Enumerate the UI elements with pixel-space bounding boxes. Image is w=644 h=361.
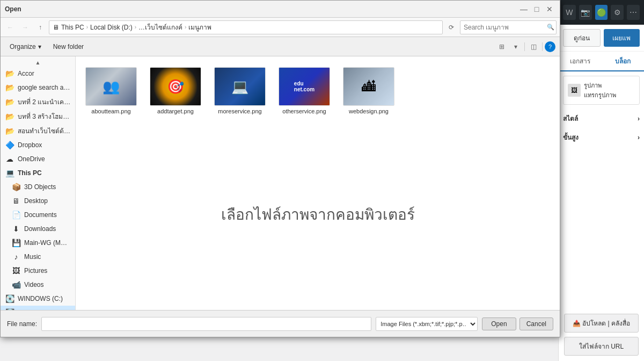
nav-item-3d-objects[interactable]: 📦3D Objects	[1, 180, 75, 194]
nav-item-google-search[interactable]: 📂google search a…	[1, 81, 75, 95]
file-item-otherservice_png[interactable]: edunet.comotherservice.png	[277, 65, 331, 117]
nav-icon-music: ♪	[11, 252, 21, 262]
nav-label-3d-objects: 3D Objects	[24, 183, 56, 191]
nav-label-dropbox: Dropbox	[18, 141, 42, 149]
nav-label-main-wg: Main-WG (MAIN…	[24, 239, 71, 247]
dialog-title: Open	[5, 5, 21, 13]
nav-item-windows-c[interactable]: 💽WINDOWS (C:)	[1, 292, 75, 306]
file-name-label: moreservice.png	[218, 108, 261, 114]
nav-scroll-up[interactable]: ▲	[1, 59, 75, 67]
nav-item-dropbox[interactable]: 🔷Dropbox	[1, 138, 75, 152]
nav-item-hosting[interactable]: 📂สอนทำเว็บไซต์ด้วย…	[1, 124, 75, 138]
file-item-aboutteam_png[interactable]: 👥aboutteam.png	[84, 65, 138, 117]
nav-label-pictures: Pictures	[24, 267, 47, 275]
nav-icon-onedrive: ☁	[5, 154, 14, 164]
plugin-icon[interactable]: ⚙	[611, 5, 624, 20]
dialog-titlebar: Open — □ ✕	[1, 1, 560, 18]
back-button[interactable]: ←	[4, 21, 17, 34]
nav-item-lesson2[interactable]: 📂บทที่ 2 แนะนำเครื่อ…	[1, 95, 75, 109]
help-button[interactable]: ?	[545, 41, 555, 52]
nav-icon-google-search: 📂	[5, 83, 14, 92]
nav-icon-dropbox: 🔷	[5, 140, 14, 150]
nav-label-hosting: สอนทำเว็บไซต์ด้วย…	[18, 126, 71, 136]
nav-label-windows-c: WINDOWS (C:)	[18, 295, 63, 302]
wp-toolbar: W 📷 🟢 ⚙ ⋯	[559, 0, 644, 25]
file-thumb-webdesign: 🏙	[343, 67, 394, 106]
organize-button[interactable]: Organize ▾	[5, 40, 46, 53]
nav-item-accor[interactable]: 📂Accor	[1, 67, 75, 81]
dialog-action-buttons: Open Cancel	[482, 317, 553, 330]
upload-button[interactable]: 📤 อัปโหลด | คลังสื่อ	[564, 314, 639, 333]
nav-item-lesson3[interactable]: 📂บทที่ 3 สร้างโฮมเพ…	[1, 109, 75, 124]
dialog-toolbar: Organize ▾ New folder ⊞ ▾ ◫ ?	[1, 37, 560, 56]
forward-button[interactable]: →	[19, 21, 32, 34]
nav-item-music[interactable]: ♪Music	[1, 250, 75, 264]
file-item-moreservice_png[interactable]: 💻moreservice.png	[213, 65, 267, 117]
nav-item-downloads[interactable]: ⬇Downloads	[1, 222, 75, 236]
nav-icon-main-wg: 💾	[11, 238, 21, 248]
nav-item-pictures[interactable]: 🖼Pictures	[1, 264, 75, 278]
view-grid-button[interactable]: ⊞	[495, 40, 508, 53]
nav-icon-desktop: 🖥	[11, 196, 21, 206]
tab-document[interactable]: เอกสาร	[559, 52, 602, 70]
nav-label-this-pc: This PC	[18, 169, 42, 177]
nav-label-google-search: google search a…	[18, 84, 70, 91]
image-icon: 🖼	[568, 84, 581, 97]
search-wrapper: 🔍	[460, 20, 557, 34]
wp-tabs: เอกสาร บล็อก	[559, 52, 644, 71]
nav-item-documents[interactable]: 📄Documents	[1, 208, 75, 222]
file-item-webdesign_png[interactable]: 🏙webdesign.png	[342, 65, 396, 117]
wp-icon[interactable]: W	[563, 5, 576, 20]
refresh-button[interactable]: ⟳	[445, 21, 458, 34]
nav-item-local-disk-d[interactable]: 💽Local Disk (D:)	[1, 306, 75, 310]
nav-label-desktop: Desktop	[24, 197, 48, 205]
filetype-select[interactable]: Image Files (*.xbm;*.tif;*.pjp;*.p…	[376, 317, 478, 331]
nav-item-main-wg[interactable]: 💾Main-WG (MAIN…	[1, 236, 75, 250]
file-name-label: aboutteam.png	[91, 108, 130, 114]
image-label: รูปภาพ	[584, 81, 616, 90]
open-button[interactable]: Open	[482, 317, 516, 330]
url-button[interactable]: ใส่ไฟล์จาก URL	[564, 337, 639, 356]
nav-label-downloads: Downloads	[24, 225, 56, 233]
center-text: เลือกไฟล์ภาพจากคอมพิวเตอร์	[200, 181, 436, 248]
nav-items-container: ▲📂Accor📂google search a…📂บทที่ 2 แนะนำเค…	[1, 59, 75, 310]
nav-item-videos[interactable]: 📹Videos	[1, 278, 75, 292]
nav-item-this-pc[interactable]: 💻This PC	[1, 166, 75, 180]
view-arrow-button[interactable]: ▾	[509, 40, 522, 53]
up-button[interactable]: ↑	[34, 21, 47, 34]
nav-icon-this-pc: 💻	[5, 168, 14, 178]
nav-icon-documents: 📄	[11, 210, 21, 220]
advanced-section[interactable]: ขั้นสูง ›	[559, 128, 644, 147]
separator2	[542, 42, 543, 51]
close-button[interactable]: ✕	[544, 3, 555, 15]
style-section[interactable]: สไตล์ ›	[559, 109, 644, 128]
view-options: ⊞ ▾ ◫ ?	[495, 40, 555, 53]
cancel-button[interactable]: Cancel	[519, 317, 553, 330]
nav-item-desktop[interactable]: 🖥Desktop	[1, 194, 75, 208]
view-pane-button[interactable]: ◫	[527, 40, 540, 53]
wp-action-row: ดูก่อน เผยแพ	[559, 25, 644, 52]
search-input[interactable]	[460, 20, 557, 34]
active-icon[interactable]: 🟢	[595, 5, 608, 20]
more-icon[interactable]: ⋯	[627, 5, 640, 20]
nav-icon-downloads: ⬇	[11, 224, 21, 234]
nav-label-lesson2: บทที่ 2 แนะนำเครื่อ…	[18, 97, 71, 107]
maximize-button[interactable]: □	[531, 3, 543, 15]
file-thumb-otherservice: edunet.com	[279, 67, 330, 106]
path-label-thispc: This PC	[61, 24, 84, 31]
address-path[interactable]: 🖥 This PC › Local Disk (D:) › …เว็บไซต์แ…	[49, 20, 443, 34]
tab-block[interactable]: บล็อก	[602, 52, 645, 71]
titlebar-controls: — □ ✕	[518, 3, 555, 15]
minimize-button[interactable]: —	[518, 3, 530, 15]
file-thumb-moreservice: 💻	[214, 67, 266, 106]
file-thumb-addtarget: 🎯	[150, 67, 201, 106]
nav-icon-lesson2: 📂	[5, 97, 14, 107]
preview-button[interactable]: ดูก่อน	[563, 29, 601, 47]
camera-icon[interactable]: 📷	[579, 5, 592, 20]
file-item-addtarget_png[interactable]: 🎯addtarget.png	[149, 65, 202, 117]
publish-button[interactable]: เผยแพ	[604, 29, 640, 47]
filename-input[interactable]	[41, 317, 371, 331]
nav-item-onedrive[interactable]: ☁OneDrive	[1, 152, 75, 166]
dialog-files: 👥aboutteam.png🎯addtarget.png💻moreservice…	[76, 56, 560, 310]
new-folder-button[interactable]: New folder	[48, 40, 89, 53]
